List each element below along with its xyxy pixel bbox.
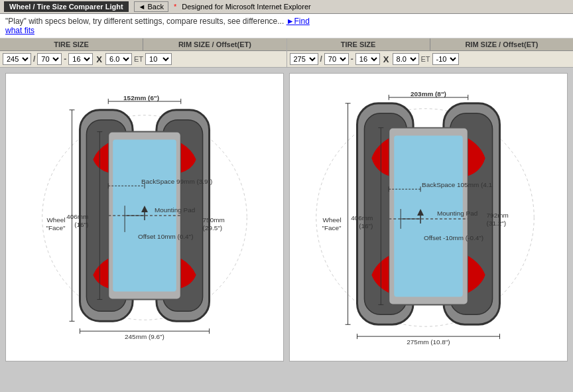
- left-tire-diameter-select[interactable]: 161715: [68, 53, 93, 65]
- svg-text:Offset 10mm (0.4"): Offset 10mm (0.4"): [138, 233, 193, 240]
- svg-text:(16"): (16"): [74, 221, 88, 228]
- right-sep1: /: [320, 54, 322, 64]
- svg-text:750mm: 750mm: [203, 216, 225, 224]
- right-ctrl-inputs: 275285265 / 706575 - 161715 X 8.08.57.5 …: [287, 51, 574, 67]
- find-link[interactable]: ►Find: [286, 17, 310, 26]
- left-rim-width-select[interactable]: 6.06.57.0: [105, 53, 132, 65]
- right-tire-width-select[interactable]: 275285265: [290, 53, 318, 65]
- left-tire-size-header: TIRE SIZE: [0, 38, 143, 50]
- left-et-label: ET: [134, 55, 143, 63]
- right-control-panel: TIRE SIZE RIM SIZE / Offset(ET) 27528526…: [287, 38, 574, 67]
- svg-text:406mm: 406mm: [351, 214, 373, 222]
- left-x-label: X: [96, 54, 102, 64]
- right-tire-diameter-select[interactable]: 161715: [355, 53, 380, 65]
- left-ctrl-header: TIRE SIZE RIM SIZE / Offset(ET): [0, 38, 286, 51]
- app-title: Wheel / Tire Size Comparer Light: [4, 1, 129, 12]
- left-sep2: -: [64, 54, 66, 64]
- svg-text:Mounting Pad: Mounting Pad: [155, 206, 195, 214]
- left-control-panel: TIRE SIZE RIM SIZE / Offset(ET) 24525526…: [0, 38, 287, 67]
- right-rim-width-select[interactable]: 8.08.57.5: [393, 53, 419, 65]
- right-tire-size-header: TIRE SIZE: [287, 38, 430, 50]
- svg-text:792mm: 792mm: [487, 212, 509, 219]
- right-et-select[interactable]: -10010-20: [432, 53, 459, 65]
- svg-text:"Face": "Face": [322, 224, 342, 231]
- right-diagram: 203mm (8") 792mm (31.2") Wheel "Face" Ba…: [289, 73, 568, 361]
- svg-text:(29.5"): (29.5"): [203, 224, 223, 231]
- svg-text:Wheel: Wheel: [322, 216, 341, 224]
- svg-text:Wheel: Wheel: [46, 216, 65, 224]
- left-et-select[interactable]: 10020-10: [145, 53, 172, 65]
- right-tire-ratio-select[interactable]: 706575: [324, 53, 349, 65]
- right-sep2: -: [351, 54, 353, 64]
- top-bar: Wheel / Tire Size Comparer Light ◄ Back …: [0, 0, 573, 14]
- left-rim-size-header: RIM SIZE / Offset(ET): [143, 38, 286, 50]
- what-fits-link[interactable]: what fits: [5, 26, 568, 35]
- designed-prefix: *: [174, 3, 176, 11]
- left-ctrl-inputs: 245255265 / 706575 - 161715 X 6.06.57.0 …: [0, 51, 286, 67]
- svg-text:275mm (10.8"): 275mm (10.8"): [407, 338, 450, 346]
- diagrams-row: 152mm (6") 750mm (29.5") Wheel "Face" Ba…: [0, 68, 573, 367]
- play-text: "Play" with specs below, try different s…: [5, 17, 284, 26]
- left-sep1: /: [33, 54, 35, 64]
- svg-text:BackSpace 99mm (3.9"): BackSpace 99mm (3.9"): [141, 178, 212, 185]
- right-rim-size-header: RIM SIZE / Offset(ET): [430, 38, 573, 50]
- right-et-label: ET: [421, 55, 430, 63]
- svg-text:Mounting Pad: Mounting Pad: [437, 210, 478, 217]
- back-button[interactable]: ◄ Back: [134, 1, 168, 12]
- svg-text:152mm (6"): 152mm (6"): [123, 94, 159, 101]
- banner: "Play" with specs below, try different s…: [0, 14, 573, 38]
- svg-text:(31.2"): (31.2"): [487, 220, 507, 227]
- svg-text:203mm (8"): 203mm (8"): [411, 90, 446, 98]
- designed-label: Designed for Microsoft Internet Explorer: [182, 3, 310, 11]
- left-diagram: 152mm (6") 750mm (29.5") Wheel "Face" Ba…: [5, 73, 284, 361]
- right-ctrl-header: TIRE SIZE RIM SIZE / Offset(ET): [287, 38, 574, 51]
- svg-text:245mm (9.6"): 245mm (9.6"): [125, 333, 164, 340]
- left-tire-ratio-select[interactable]: 706575: [37, 53, 62, 65]
- svg-text:"Face": "Face": [46, 224, 66, 231]
- svg-text:406mm: 406mm: [66, 213, 88, 220]
- left-tire-width-select[interactable]: 245255265: [3, 53, 31, 65]
- svg-text:BackSpace 105mm (4.1: BackSpace 105mm (4.1: [422, 181, 493, 188]
- controls-row: TIRE SIZE RIM SIZE / Offset(ET) 24525526…: [0, 38, 573, 68]
- svg-text:Offset -10mm (-0.4"): Offset -10mm (-0.4"): [424, 234, 483, 241]
- right-x-label: X: [383, 54, 389, 64]
- svg-text:(16"): (16"): [359, 222, 373, 229]
